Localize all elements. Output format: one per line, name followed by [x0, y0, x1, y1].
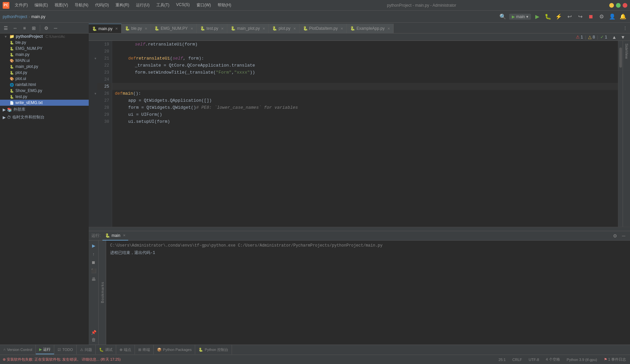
code-line-22[interactable]: _translate = QtCore.QCoreApplication.tra… [112, 62, 618, 69]
tab-close-mainplot[interactable]: ✕ [262, 27, 265, 30]
menu-help[interactable]: 帮助(H) [215, 1, 234, 9]
tab-close-plot[interactable]: ✕ [293, 27, 296, 30]
run-pin-icon[interactable]: 📌 [90, 329, 97, 336]
code-line-29[interactable]: ui = UIForm() [112, 111, 618, 118]
fold-23[interactable] [93, 69, 97, 76]
tab-close-test[interactable]: ✕ [221, 27, 224, 30]
close-button[interactable] [623, 3, 627, 8]
code-line-26[interactable]: def main(): [112, 90, 618, 97]
menu-window[interactable]: 窗口(W) [194, 1, 214, 9]
status-install-error[interactable]: ⊗ 安装软件包失败: 正在安装软件包: 发生错误。 详细信息... (昨天 17… [3, 357, 121, 362]
group-temp-files[interactable]: ▶ ⏱ 临时文件和控制台 [0, 113, 89, 121]
file-test[interactable]: 🐍 test.py [0, 94, 89, 100]
run-scroll-panel[interactable]: ⬛ [90, 267, 97, 274]
run-tab-close[interactable]: ✕ [123, 234, 126, 237]
code-line-23[interactable]: form.setWindowTitle(_translate("Form", "… [112, 69, 618, 76]
status-event-log[interactable]: ⚑ 1 事件日志 [603, 357, 627, 362]
tab-overflow-menu[interactable]: ⋮ [620, 25, 630, 30]
breadcrumb-project[interactable]: pythonProject [3, 14, 27, 19]
error-count[interactable]: ⚠ 1 [576, 34, 583, 39]
run-stop-icon[interactable]: ⏹ [90, 259, 97, 266]
tab-close-plotdataitem[interactable]: ✕ [340, 27, 343, 30]
tab-test[interactable]: 🐍 test.py ✕ [197, 24, 227, 33]
menu-edit[interactable]: 编辑(E) [32, 1, 51, 9]
tab-emg[interactable]: 🐍 EMG_NUM.PY ✕ [151, 24, 197, 33]
run-play-icon[interactable]: ▶ [90, 242, 97, 249]
menu-run[interactable]: 运行(U) [133, 1, 152, 9]
run-print-icon[interactable]: 🖶 [90, 275, 97, 283]
bottom-tab-terminal[interactable]: ⊞ 终端 [135, 345, 154, 354]
status-python-version[interactable]: Python 3.9 (tf-gpu) [565, 358, 599, 362]
code-line-19[interactable]: self.retranslateUi(form) [112, 41, 618, 48]
status-indent[interactable]: 4 个空格 [544, 357, 561, 362]
tab-close-emg[interactable]: ✕ [190, 27, 193, 30]
tab-close-main[interactable]: ✕ [115, 27, 118, 30]
sidebar-layout-btn[interactable]: ☰ [1, 24, 10, 32]
code-line-27[interactable]: app = QtWidgets.QApplication([]) [112, 97, 618, 104]
code-content[interactable]: self.retranslateUi(form) def retranslate… [112, 41, 618, 227]
sidebar-expand-btn[interactable]: ⊞ [29, 24, 38, 32]
breadcrumb-file[interactable]: main.py [31, 14, 45, 19]
ok-count[interactable]: ✓ 1 [600, 34, 607, 39]
menu-code[interactable]: 代码(O) [92, 1, 111, 9]
file-plotui[interactable]: 🎨 plot.ui [0, 76, 89, 82]
horizontal-scrollbar[interactable] [89, 227, 630, 231]
menu-view[interactable]: 视图(V) [52, 1, 71, 9]
tab-exampleapp[interactable]: 🐍 ExampleApp.py ✕ [347, 24, 394, 33]
stop-button[interactable]: ⏹ [586, 12, 595, 21]
tab-mainplot[interactable]: 🐍 main_plot.py ✕ [227, 24, 269, 33]
profile-button[interactable]: 👤 [608, 12, 617, 21]
code-line-28[interactable]: form = QtWidgets.QWidget() # PE8: `lower… [112, 104, 618, 111]
bottom-tab-endpoints[interactable]: ⊕ 端点 [116, 345, 135, 354]
run-config[interactable]: ▶ main ▾ [509, 14, 531, 20]
collapse-panel-btn[interactable]: ▲ [610, 33, 619, 41]
forward-button[interactable]: ↪ [576, 12, 584, 21]
run-button[interactable]: ▶ [533, 12, 542, 21]
bottom-tab-python-console[interactable]: 🐍 Python 控制台 [195, 345, 232, 354]
file-show-emg[interactable]: 🐍 Show_EMG.py [0, 88, 89, 94]
maximize-button[interactable] [616, 3, 621, 8]
fold-21[interactable]: ▼ [93, 55, 97, 62]
group-external-libs[interactable]: ▶ 📚 外部库 [0, 106, 89, 113]
menu-refactor[interactable]: 重构(R) [113, 1, 132, 9]
menu-vcs[interactable]: VCS(S) [173, 1, 192, 9]
sidebar-minimize[interactable]: ─ [51, 24, 60, 32]
warn-count[interactable]: △ 8 [588, 34, 595, 39]
tab-close-exampleapp[interactable]: ✕ [387, 27, 390, 30]
status-position[interactable]: 25:1 [497, 358, 507, 362]
tab-plot[interactable]: 🐍 plot.py ✕ [269, 24, 299, 33]
file-rainfall[interactable]: 🌐 rainfall.html [0, 82, 89, 88]
tab-main-py[interactable]: 🐍 main.py ✕ [89, 24, 122, 33]
notifications-button[interactable]: 🔔 [619, 12, 627, 21]
sidebar-toggle-btn[interactable]: ↔ [11, 24, 19, 32]
tab-close-ble[interactable]: ✕ [145, 27, 147, 30]
code-line-24[interactable] [112, 76, 618, 83]
file-main[interactable]: 🐍 main.py [0, 52, 89, 58]
code-line-20[interactable] [112, 48, 618, 55]
back-button[interactable]: ↩ [565, 12, 574, 21]
bottom-tab-debug[interactable]: 🐛 调试 [96, 345, 116, 354]
code-line-30[interactable]: ui.setupUI(form) [112, 118, 618, 125]
bottom-tab-todo[interactable]: ☑ TODO [54, 345, 77, 354]
minimize-button[interactable] [609, 3, 614, 8]
tab-plotdataitem[interactable]: 🐍 PlotDataItem.py ✕ [300, 24, 347, 33]
run-close-btn[interactable]: ─ [620, 232, 627, 240]
code-line-25[interactable] [112, 83, 618, 90]
file-emg[interactable]: 🐍 EMG_NUM.PY [0, 46, 89, 52]
file-plot[interactable]: 🐍 plot.py [0, 70, 89, 76]
status-line-ending[interactable]: CRLF [511, 358, 524, 362]
fold-26[interactable]: ▼ [93, 90, 97, 97]
sidebar-collapse-all[interactable]: ≡ [20, 24, 29, 32]
fold-19[interactable] [93, 41, 97, 48]
tab-ble-py[interactable]: 🐍 ble.py ✕ [122, 24, 151, 33]
code-line-21[interactable]: def retranslateUi(self, form): [112, 55, 618, 62]
search-button[interactable]: 🔍 [498, 12, 507, 21]
expand-panel-btn[interactable]: ▼ [619, 33, 627, 41]
file-write-semg[interactable]: 📄 write_sEMG.txt [0, 100, 89, 106]
project-root[interactable]: ▼ 📁 pythonProject C:\Users\Ac [0, 33, 89, 39]
menu-file[interactable]: 文件(F) [12, 1, 30, 9]
run-settings-btn[interactable]: ⚙ [611, 232, 619, 240]
sidebar-settings[interactable]: ⚙ [42, 24, 51, 32]
bottom-tab-run[interactable]: ▶ 运行 [36, 345, 54, 354]
debug-button[interactable]: 🐛 [544, 12, 552, 21]
